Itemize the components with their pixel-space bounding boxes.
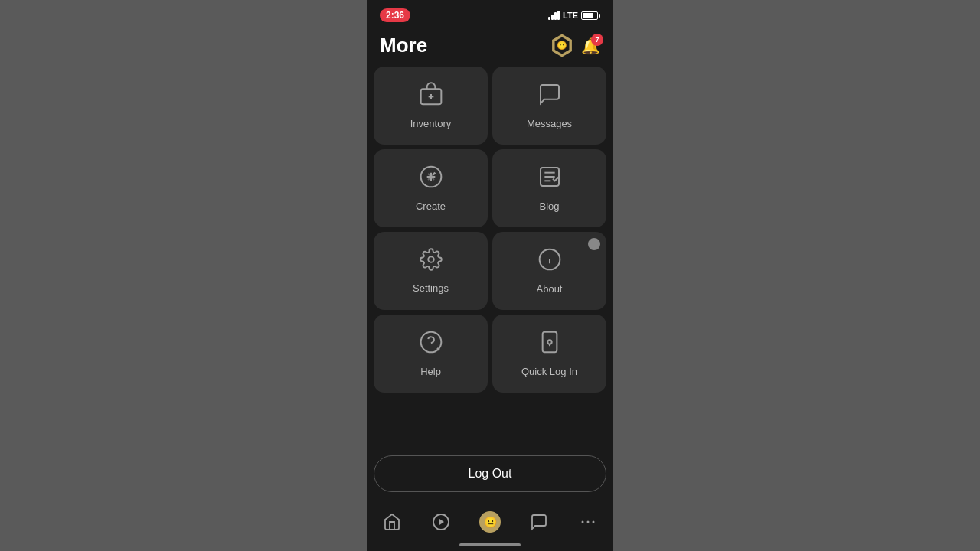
notifications-button[interactable]: 🔔 7: [581, 37, 600, 55]
settings-label: Settings: [413, 282, 449, 294]
help-icon: [419, 330, 443, 360]
create-button[interactable]: Create: [374, 149, 488, 227]
badge-hexagon-icon[interactable]: 😐: [550, 34, 573, 57]
help-button[interactable]: Help: [374, 315, 488, 393]
lte-indicator: LTE: [563, 11, 578, 20]
blog-button[interactable]: Blog: [492, 149, 606, 227]
inventory-label: Inventory: [410, 118, 451, 129]
quick-login-label: Quick Log In: [521, 366, 577, 377]
menu-grid: Inventory Messages: [368, 67, 612, 449]
svg-point-18: [582, 521, 584, 523]
home-indicator: [368, 540, 612, 551]
status-icons: LTE: [548, 11, 600, 20]
svg-point-19: [587, 521, 590, 523]
svg-marker-17: [439, 519, 444, 525]
nav-profile[interactable]: 😐: [466, 508, 514, 536]
header-icons: 😐 🔔 7: [550, 34, 600, 57]
press-indicator: [588, 238, 600, 250]
quick-login-button[interactable]: Quick Log In: [492, 315, 606, 393]
svg-point-20: [593, 521, 595, 523]
svg-line-14: [437, 348, 439, 350]
nav-home[interactable]: [368, 510, 416, 534]
home-bar: [459, 543, 521, 546]
inventory-icon: [419, 82, 443, 112]
more-dots-icon: [579, 513, 597, 531]
page-title: More: [380, 34, 427, 57]
inventory-button[interactable]: Inventory: [374, 67, 488, 145]
create-icon: [419, 165, 443, 194]
messages-button[interactable]: Messages: [492, 67, 606, 145]
nav-play[interactable]: [416, 510, 466, 534]
grid-layout: Inventory Messages: [374, 67, 606, 393]
home-icon: [383, 513, 401, 531]
messages-label: Messages: [527, 118, 572, 129]
battery-icon: [581, 11, 600, 20]
blog-label: Blog: [539, 201, 559, 212]
avatar-icon: 😐: [479, 511, 501, 533]
settings-icon: [420, 248, 443, 276]
svg-point-8: [428, 256, 434, 262]
notification-badge: 7: [591, 34, 603, 46]
header: More 😐 🔔 7: [368, 28, 612, 67]
settings-button[interactable]: Settings: [374, 232, 488, 310]
time-display: 2:36: [380, 8, 410, 22]
nav-more[interactable]: [564, 510, 612, 534]
about-icon: [537, 247, 562, 277]
blog-icon: [537, 165, 562, 194]
bottom-nav: 😐: [368, 500, 612, 540]
about-button[interactable]: About: [492, 232, 606, 310]
quick-login-icon: [537, 330, 562, 360]
help-label: Help: [420, 366, 441, 377]
signal-icon: [548, 11, 560, 20]
create-label: Create: [416, 201, 446, 212]
nav-chat[interactable]: [514, 510, 564, 534]
about-label: About: [537, 283, 563, 295]
logout-section: Log Out: [368, 449, 612, 500]
chat-icon: [530, 513, 548, 531]
messages-icon: [537, 82, 562, 112]
play-icon: [432, 513, 450, 531]
logout-button[interactable]: Log Out: [374, 455, 606, 492]
phone-frame: 2:36 LTE More 😐: [368, 0, 612, 551]
svg-rect-15: [542, 332, 557, 353]
status-bar: 2:36 LTE: [368, 0, 612, 28]
